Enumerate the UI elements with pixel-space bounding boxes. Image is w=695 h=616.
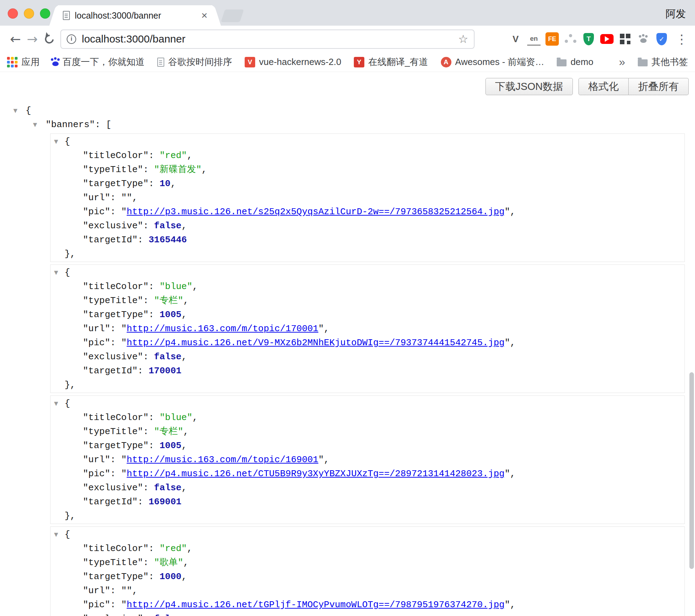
bookmark-awesomes[interactable]: A Awesomes - 前端资… [441,56,544,68]
reload-icon [43,33,55,45]
json-root-open: ▼{ [0,104,695,118]
bookmark-demo-folder[interactable]: demo [557,57,593,67]
bookmark-youdao-translate[interactable]: Y 在线翻译_有道 [354,56,428,68]
blue-shield-check-icon: ✓ [656,33,667,45]
format-button[interactable]: 格式化 [578,78,629,95]
youdao-badge-icon: Y [354,57,364,67]
json-field-exclusive: "exclusive": false [51,612,684,616]
json-object-open: ▼{ [51,527,684,542]
network-icon [564,33,576,45]
network-extension-icon[interactable] [564,32,577,46]
bookmarks-overflow-icon[interactable]: » [619,55,625,68]
json-field-targetType: "targetType": 1005, [51,308,684,322]
json-field-targetId: "targetId": 3165446 [51,233,684,247]
info-icon[interactable]: i [67,34,76,44]
collapse-triangle-icon[interactable]: ▼ [54,266,58,280]
shield-extension-icon[interactable]: T [582,32,595,46]
address-bar[interactable]: i localhost:3000/banner ☆ [60,30,475,49]
translate-extension-icon[interactable]: en [527,32,541,46]
download-json-button[interactable]: 下载JSON数据 [485,78,573,95]
awesomes-badge-icon: A [441,57,451,67]
tab-title: localhost:3000/banner [75,11,197,21]
json-field-titleColor: "titleColor": "red", [51,149,684,163]
banner-object-2: ▼{"titleColor": "blue","typeTitle": "专栏"… [50,395,685,524]
json-url-link[interactable]: http://p3.music.126.net/s25q2x5QyqsAzilC… [127,207,505,217]
traffic-lights [8,8,50,19]
scrollbar-thumb[interactable] [689,372,694,569]
json-field-targetId: "targetId": 170001 [51,364,684,378]
json-field-exclusive: "exclusive": false, [51,219,684,233]
json-object-close: }, [51,247,684,261]
green-shield-icon: T [583,33,594,45]
json-url-link[interactable]: http://p4.music.126.net/tGPljf-IMOCyPvum… [127,599,505,610]
collapse-triangle-icon[interactable]: ▼ [54,397,58,411]
tab-close-icon[interactable]: × [201,10,207,21]
back-button[interactable]: ← [7,31,24,47]
folder-icon [557,59,567,66]
other-bookmarks-folder[interactable]: 其他书签 [638,56,688,68]
forward-button[interactable]: → [24,31,41,47]
collapse-triangle-icon[interactable]: ▼ [54,527,58,542]
json-url-link[interactable]: http://music.163.com/m/topic/169001 [127,454,318,465]
json-field-typeTitle: "typeTitle": "歌单", [51,556,684,570]
page-icon [157,58,164,67]
profile-name[interactable]: 阿发 [666,7,686,21]
paw-icon [640,38,647,43]
zoom-window-button[interactable] [40,8,50,19]
json-field-typeTitle: "typeTitle": "专栏", [51,294,684,308]
blue-shield-extension-icon[interactable]: ✓ [655,32,668,46]
json-field-titleColor: "titleColor": "red", [51,542,684,556]
banner-object-1: ▼{"titleColor": "blue","typeTitle": "专栏"… [50,264,685,393]
format-button-group: 格式化 折叠所有 [578,78,689,95]
json-field-exclusive: "exclusive": false, [51,481,684,495]
navigation-bar: ← → i localhost:3000/banner ☆ V en FE T … [0,26,695,52]
fe-extension-icon[interactable]: FE [545,32,559,46]
banner-object-3: ▼{"titleColor": "red","typeTitle": "歌单",… [50,526,685,616]
collapse-triangle-icon[interactable]: ▼ [54,135,58,149]
json-url-link[interactable]: http://p4.music.126.net/CTU5B9R9y3XyYBZX… [127,468,505,479]
browser-menu-icon[interactable]: ⋮ [675,32,688,46]
vimium-extension-icon[interactable]: V [509,32,522,46]
collapse-triangle-icon[interactable]: ▼ [33,118,37,132]
browser-tab[interactable]: localhost:3000/banner × [58,5,212,26]
json-url-link[interactable]: http://music.163.com/m/topic/170001 [127,323,318,334]
collapse-all-button[interactable]: 折叠所有 [629,78,689,95]
json-field-url: "url": "", [51,191,684,205]
collapse-triangle-icon[interactable]: ▼ [13,104,18,118]
json-field-typeTitle: "typeTitle": "新碟首发", [51,163,684,177]
bookmark-star-icon[interactable]: ☆ [458,32,468,46]
tab-favicon-page-icon [63,11,70,20]
youtube-play-icon [600,34,614,44]
youtube-extension-icon[interactable] [600,32,614,46]
json-field-url: "url": "http://music.163.com/m/topic/169… [51,453,684,467]
banner-object-0: ▼{"titleColor": "red","typeTitle": "新碟首发… [50,133,685,262]
json-field-titleColor: "titleColor": "blue", [51,280,684,294]
json-url-link[interactable]: http://p4.music.126.net/V9-MXz6b2MNhEKju… [127,338,505,348]
close-window-button[interactable] [8,8,18,19]
json-field-url: "url": "", [51,584,684,598]
json-field-url: "url": "http://music.163.com/m/topic/170… [51,322,684,336]
paw-extension-icon[interactable] [637,32,650,46]
page-toolbar: 下载JSON数据 格式化 折叠所有 [0,78,689,95]
reload-button[interactable] [41,31,58,47]
bookmarks-bar: 应用 百度一下，你就知道 谷歌按时间排序 V vue-hackernews-2.… [0,52,695,72]
folder-icon [638,59,648,66]
json-field-pic: "pic": "http://p4.music.126.net/CTU5B9R9… [51,467,684,481]
bookmark-vue-hackernews[interactable]: V vue-hackernews-2.0 [245,57,341,67]
json-field-pic: "pic": "http://p3.music.126.net/s25q2x5Q… [51,205,684,219]
bookmark-baidu[interactable]: 百度一下，你就知道 [52,56,145,68]
minimize-window-button[interactable] [24,8,34,19]
bookmark-google-sort[interactable]: 谷歌按时间排序 [157,56,232,68]
json-object-open: ▼{ [51,266,684,280]
json-field-targetType: "targetType": 10, [51,177,684,191]
bookmark-apps[interactable]: 应用 [7,56,40,68]
extensions-area: V en FE T ✓ ⋮ [479,32,688,46]
json-object-open: ▼{ [51,135,684,149]
new-tab-button[interactable] [221,9,244,22]
qrcode-extension-icon[interactable] [618,32,632,46]
json-banners-key: ▼"banners": [ [0,118,695,132]
json-field-targetType: "targetType": 1000, [51,570,684,584]
json-field-targetType: "targetType": 1005, [51,439,684,453]
baidu-paw-icon [52,61,59,66]
json-field-titleColor: "titleColor": "blue", [51,411,684,425]
